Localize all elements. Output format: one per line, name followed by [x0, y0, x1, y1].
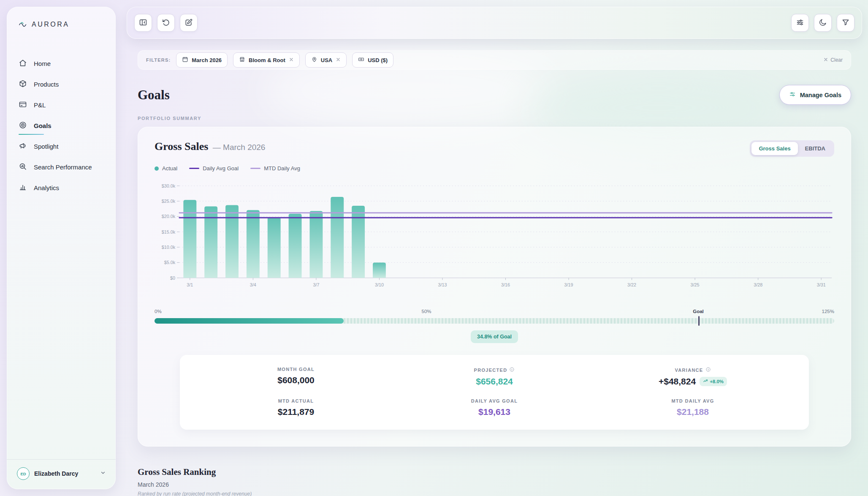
filter-button[interactable] — [837, 14, 854, 32]
ranking-subtitle: March 2026 — [138, 481, 851, 488]
close-icon — [823, 57, 828, 63]
target-icon — [19, 121, 27, 131]
sidebar-item-goals[interactable]: Goals — [7, 115, 116, 136]
card-subtitle: — March 2026 — [213, 143, 266, 152]
manage-sliders-icon — [789, 91, 796, 99]
svg-text:$5.0k: $5.0k — [164, 260, 176, 265]
stat-mtd-actual: MTD ACTUAL $211,879 — [197, 398, 395, 417]
stat-value: $211,879 — [197, 407, 395, 417]
sidebar-item-home[interactable]: Home — [7, 53, 116, 74]
info-icon[interactable] — [705, 367, 711, 373]
filter-chip-currency[interactable]: USD ($) — [352, 52, 393, 68]
sidebar-item-analytics[interactable]: Analytics — [7, 177, 116, 198]
svg-text:3/19: 3/19 — [564, 282, 573, 287]
filter-chip-month[interactable]: March 2026 — [176, 52, 228, 68]
svg-text:3/10: 3/10 — [375, 282, 384, 287]
main-area: FILTERS: March 2026 Bloom & Root USA USD… — [127, 7, 862, 496]
compose-button[interactable] — [180, 14, 198, 32]
filter-chip-brand[interactable]: Bloom & Root — [233, 52, 300, 68]
progress-track — [155, 318, 834, 324]
legend-line — [250, 168, 260, 169]
aurora-logo-icon — [19, 19, 27, 30]
svg-text:3/1: 3/1 — [187, 282, 193, 287]
sidebar-item-search-performance[interactable]: Search Performance — [7, 157, 116, 177]
banknote-icon — [358, 56, 364, 64]
sidebar-item-pnl[interactable]: P&L — [7, 95, 116, 115]
legend-mtd-daily-avg: MTD Daily Avg — [250, 165, 300, 172]
manage-goals-button[interactable]: Manage Goals — [779, 85, 851, 105]
calendar-icon — [182, 56, 188, 64]
legend-actual: Actual — [155, 165, 177, 172]
legend-daily-avg-goal: Daily Avg Goal — [189, 165, 239, 172]
user-menu[interactable]: ED Elizabeth Darcy — [7, 459, 116, 480]
stat-month-goal: MONTH GOAL $608,000 — [197, 367, 395, 387]
metric-tabs: Gross Sales EBITDA — [750, 140, 834, 157]
section-label: PORTFOLIO SUMMARY — [138, 116, 851, 121]
progress-label-goal: Goal — [693, 309, 704, 314]
avatar: ED — [17, 467, 30, 480]
stat-value: $656,824 — [395, 376, 594, 387]
filters-bar: FILTERS: March 2026 Bloom & Root USA USD… — [138, 50, 851, 70]
manage-goals-label: Manage Goals — [800, 92, 841, 98]
remove-filter-icon[interactable] — [336, 57, 341, 63]
filter-chip-region[interactable]: USA — [305, 52, 347, 68]
svg-text:3/4: 3/4 — [250, 282, 256, 287]
progress-labels: 0% 50% Goal 125% — [155, 309, 834, 316]
sidebar-item-label: Analytics — [34, 184, 59, 191]
svg-text:3/25: 3/25 — [691, 282, 700, 287]
moon-icon — [819, 18, 827, 28]
svg-text:3/7: 3/7 — [313, 282, 319, 287]
sidebar-item-label: Goals — [34, 122, 52, 129]
pin-icon — [311, 56, 317, 64]
svg-text:$0: $0 — [170, 275, 175, 281]
sidebar-item-label: Search Performance — [34, 164, 92, 171]
stat-value: $21,188 — [594, 407, 792, 417]
stat-label: VARIANCE — [594, 367, 792, 373]
remove-filter-icon[interactable] — [289, 57, 294, 63]
stat-label: PROJECTED — [395, 367, 594, 373]
tab-ebitda[interactable]: EBITDA — [798, 142, 833, 155]
svg-text:$30.0k: $30.0k — [162, 183, 176, 188]
stat-label: MONTH GOAL — [197, 367, 395, 372]
sidebar-item-spotlight[interactable]: Spotlight — [7, 136, 116, 157]
svg-text:3/28: 3/28 — [754, 282, 762, 287]
compose-icon — [184, 18, 193, 28]
svg-text:$10.0k: $10.0k — [162, 245, 176, 250]
svg-text:3/13: 3/13 — [438, 282, 447, 287]
clear-filters-button[interactable]: Clear — [823, 57, 843, 63]
clear-filters-label: Clear — [830, 57, 843, 63]
filter-chip-label: USD ($) — [368, 57, 388, 63]
svg-text:$15.0k: $15.0k — [162, 229, 176, 234]
sidebar-item-label: Spotlight — [34, 143, 58, 150]
stat-label: MTD DAILY AVG — [594, 398, 792, 403]
gross-sales-ranking-section: Gross Sales Ranking March 2026 Ranked by… — [138, 467, 851, 496]
goal-tick-marker — [698, 316, 700, 326]
brand: AURORA — [7, 19, 116, 30]
stat-variance: VARIANCE +$48,824 +8.0% — [594, 367, 792, 387]
collapse-sidebar-button[interactable] — [134, 14, 152, 32]
sliders-icon — [796, 18, 804, 28]
gross-sales-goal-card: Gross Sales — March 2026 Gross Sales EBI… — [138, 127, 851, 447]
filter-chip-label: March 2026 — [192, 57, 222, 63]
collapse-sidebar-icon — [139, 18, 147, 28]
store-icon — [239, 56, 245, 64]
trend-up-icon — [703, 379, 708, 384]
sliders-button[interactable] — [791, 14, 809, 32]
variance-badge: +8.0% — [700, 377, 727, 386]
stat-value: $608,000 — [197, 375, 395, 385]
chart-svg: $0$5.0k$10.0k$15.0k$20.0k$25.0k$30.0k3/1… — [155, 182, 834, 290]
card-title: Gross Sales — [155, 140, 208, 153]
toolbar-right-group — [791, 14, 854, 32]
history-button[interactable] — [157, 14, 175, 32]
card-title-group: Gross Sales — March 2026 — [155, 140, 265, 153]
bar-chart-icon — [19, 183, 27, 193]
info-icon[interactable] — [509, 367, 515, 373]
progress-label-end: 125% — [822, 309, 834, 314]
dark-mode-button[interactable] — [814, 14, 832, 32]
tab-gross-sales[interactable]: Gross Sales — [751, 142, 797, 155]
sidebar-item-products[interactable]: Products — [7, 74, 116, 95]
goal-progress: 0% 50% Goal 125% 34.8% of Goal — [155, 309, 834, 343]
chart-legend: Actual Daily Avg Goal MTD Daily Avg — [155, 165, 834, 172]
legend-label: MTD Daily Avg — [264, 165, 300, 172]
stat-mtd-daily-avg: MTD DAILY AVG $21,188 — [594, 398, 792, 417]
